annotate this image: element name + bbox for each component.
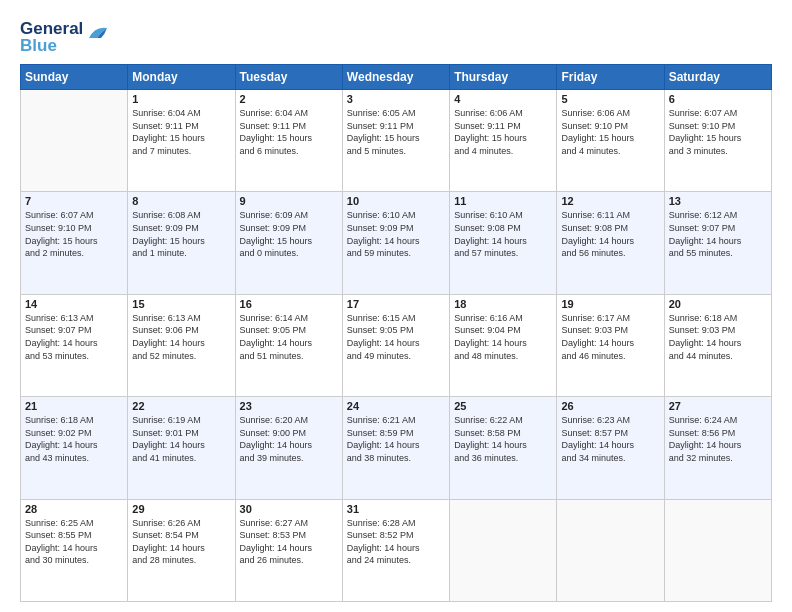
day-info-line: Daylight: 15 hours [132,133,205,143]
calendar-day-cell: 1Sunrise: 6:04 AMSunset: 9:11 PMDaylight… [128,90,235,192]
day-info: Sunrise: 6:19 AMSunset: 9:01 PMDaylight:… [132,414,230,464]
day-info-line: and 46 minutes. [561,351,625,361]
day-info-line: Daylight: 14 hours [561,440,634,450]
day-info-line: Daylight: 15 hours [669,133,742,143]
day-number: 2 [240,93,338,105]
day-info: Sunrise: 6:26 AMSunset: 8:54 PMDaylight:… [132,517,230,567]
calendar-day-cell: 9Sunrise: 6:09 AMSunset: 9:09 PMDaylight… [235,192,342,294]
day-info-line: and 7 minutes. [132,146,191,156]
day-info-line: and 48 minutes. [454,351,518,361]
calendar-day-cell: 31Sunrise: 6:28 AMSunset: 8:52 PMDayligh… [342,499,449,601]
day-number: 25 [454,400,552,412]
day-info-line: Sunrise: 6:16 AM [454,313,523,323]
calendar-day-cell: 24Sunrise: 6:21 AMSunset: 8:59 PMDayligh… [342,397,449,499]
calendar-week-row: 1Sunrise: 6:04 AMSunset: 9:11 PMDaylight… [21,90,772,192]
day-info-line: Sunset: 8:55 PM [25,530,92,540]
day-info: Sunrise: 6:17 AMSunset: 9:03 PMDaylight:… [561,312,659,362]
day-info-line: Daylight: 14 hours [561,338,634,348]
calendar-day-cell: 7Sunrise: 6:07 AMSunset: 9:10 PMDaylight… [21,192,128,294]
day-info-line: and 28 minutes. [132,555,196,565]
calendar-table: Sunday Monday Tuesday Wednesday Thursday… [20,64,772,602]
day-info-line: Sunrise: 6:10 AM [454,210,523,220]
day-info-line: Sunrise: 6:18 AM [25,415,94,425]
day-info-line: Sunset: 9:05 PM [240,325,307,335]
day-info-line: and 24 minutes. [347,555,411,565]
day-number: 22 [132,400,230,412]
calendar-week-row: 21Sunrise: 6:18 AMSunset: 9:02 PMDayligh… [21,397,772,499]
day-info-line: Sunrise: 6:26 AM [132,518,201,528]
header-friday: Friday [557,65,664,90]
day-info-line: and 0 minutes. [240,248,299,258]
day-info-line: Daylight: 15 hours [132,236,205,246]
day-info: Sunrise: 6:27 AMSunset: 8:53 PMDaylight:… [240,517,338,567]
calendar-day-cell: 16Sunrise: 6:14 AMSunset: 9:05 PMDayligh… [235,294,342,396]
day-number: 4 [454,93,552,105]
header-monday: Monday [128,65,235,90]
day-info-line: Daylight: 14 hours [669,338,742,348]
day-info-line: Sunrise: 6:28 AM [347,518,416,528]
day-info: Sunrise: 6:14 AMSunset: 9:05 PMDaylight:… [240,312,338,362]
day-info: Sunrise: 6:07 AMSunset: 9:10 PMDaylight:… [25,209,123,259]
day-number: 31 [347,503,445,515]
day-info-line: Sunset: 8:56 PM [669,428,736,438]
day-number: 26 [561,400,659,412]
day-number: 12 [561,195,659,207]
day-info-line: Daylight: 14 hours [25,440,98,450]
header-saturday: Saturday [664,65,771,90]
day-info-line: Sunrise: 6:06 AM [454,108,523,118]
calendar-day-cell: 18Sunrise: 6:16 AMSunset: 9:04 PMDayligh… [450,294,557,396]
day-number: 11 [454,195,552,207]
day-info-line: Daylight: 14 hours [347,543,420,553]
calendar-day-cell: 19Sunrise: 6:17 AMSunset: 9:03 PMDayligh… [557,294,664,396]
day-info-line: and 38 minutes. [347,453,411,463]
day-info: Sunrise: 6:04 AMSunset: 9:11 PMDaylight:… [132,107,230,157]
day-info-line: Sunrise: 6:25 AM [25,518,94,528]
day-number: 8 [132,195,230,207]
day-info-line: Sunset: 9:09 PM [347,223,414,233]
day-info-line: Sunset: 9:06 PM [132,325,199,335]
day-info-line: Sunset: 8:58 PM [454,428,521,438]
day-info-line: Sunrise: 6:23 AM [561,415,630,425]
day-info-line: Sunset: 9:11 PM [240,121,307,131]
day-info-line: Sunset: 8:53 PM [240,530,307,540]
day-info-line: Sunset: 9:11 PM [347,121,414,131]
day-info-line: Sunrise: 6:07 AM [669,108,738,118]
day-info-line: Daylight: 14 hours [132,440,205,450]
weekday-header-row: Sunday Monday Tuesday Wednesday Thursday… [21,65,772,90]
day-info: Sunrise: 6:10 AMSunset: 9:08 PMDaylight:… [454,209,552,259]
day-info-line: Daylight: 14 hours [240,543,313,553]
day-info-line: Daylight: 14 hours [25,338,98,348]
day-info-line: and 4 minutes. [561,146,620,156]
logo-bird-icon [87,24,109,42]
calendar-day-cell: 15Sunrise: 6:13 AMSunset: 9:06 PMDayligh… [128,294,235,396]
day-info: Sunrise: 6:21 AMSunset: 8:59 PMDaylight:… [347,414,445,464]
day-info-line: Sunrise: 6:08 AM [132,210,201,220]
day-info-line: and 57 minutes. [454,248,518,258]
day-info: Sunrise: 6:23 AMSunset: 8:57 PMDaylight:… [561,414,659,464]
day-info: Sunrise: 6:12 AMSunset: 9:07 PMDaylight:… [669,209,767,259]
calendar-day-cell: 8Sunrise: 6:08 AMSunset: 9:09 PMDaylight… [128,192,235,294]
day-info-line: Sunset: 9:08 PM [454,223,521,233]
day-number: 30 [240,503,338,515]
day-number: 19 [561,298,659,310]
day-info: Sunrise: 6:10 AMSunset: 9:09 PMDaylight:… [347,209,445,259]
header-wednesday: Wednesday [342,65,449,90]
day-info-line: Sunrise: 6:24 AM [669,415,738,425]
day-info-line: Sunset: 8:59 PM [347,428,414,438]
calendar-day-cell: 13Sunrise: 6:12 AMSunset: 9:07 PMDayligh… [664,192,771,294]
header-sunday: Sunday [21,65,128,90]
day-info-line: Daylight: 14 hours [132,338,205,348]
day-info-line: and 34 minutes. [561,453,625,463]
day-number: 13 [669,195,767,207]
day-info-line: Daylight: 14 hours [454,338,527,348]
day-info: Sunrise: 6:13 AMSunset: 9:07 PMDaylight:… [25,312,123,362]
day-info: Sunrise: 6:06 AMSunset: 9:11 PMDaylight:… [454,107,552,157]
day-info-line: and 36 minutes. [454,453,518,463]
day-info-line: Daylight: 15 hours [347,133,420,143]
day-info-line: and 3 minutes. [669,146,728,156]
header-thursday: Thursday [450,65,557,90]
calendar-day-cell: 5Sunrise: 6:06 AMSunset: 9:10 PMDaylight… [557,90,664,192]
day-info-line: Daylight: 14 hours [132,543,205,553]
day-number: 3 [347,93,445,105]
calendar-day-cell [557,499,664,601]
